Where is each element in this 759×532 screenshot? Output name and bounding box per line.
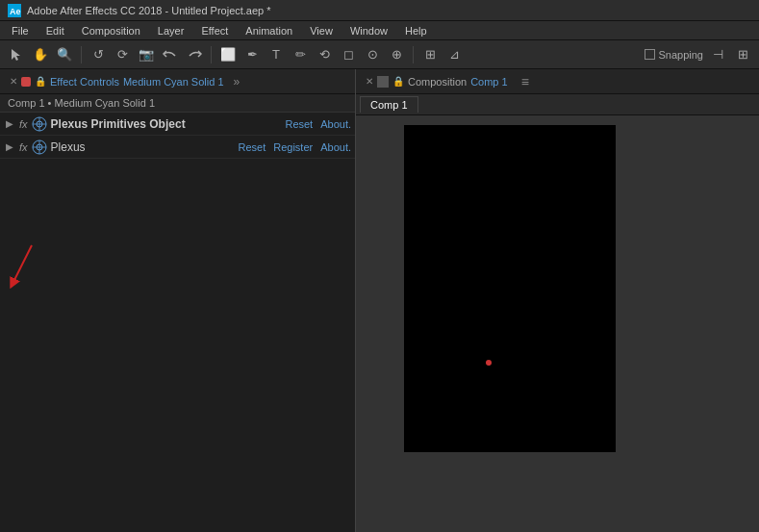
snapping-label: Snapping bbox=[659, 49, 704, 61]
shape-tool[interactable]: ⊿ bbox=[443, 44, 465, 65]
plexus-primitives-about[interactable]: About. bbox=[320, 118, 351, 130]
eraser-tool[interactable]: ◻ bbox=[338, 44, 359, 65]
rotate-tool[interactable]: ↺ bbox=[88, 44, 109, 65]
clone-tool[interactable]: ⟲ bbox=[314, 44, 335, 65]
composition-tab-bar: ✕ 🔒 Composition Comp 1 ≡ bbox=[356, 69, 759, 94]
redo-tool[interactable] bbox=[184, 44, 205, 65]
menu-layer[interactable]: Layer bbox=[150, 23, 192, 38]
window-title: Adobe After Effects CC 2018 - Untitled P… bbox=[27, 5, 271, 16]
undo-tool[interactable] bbox=[160, 44, 181, 65]
separator-1 bbox=[81, 46, 82, 63]
comp-lock-swatch bbox=[377, 76, 389, 88]
plexus-row[interactable]: ▶ fx Plexus Reset Register About. bbox=[0, 136, 355, 159]
plexus-actions: Reset Register About. bbox=[238, 141, 351, 153]
selection-tool[interactable] bbox=[6, 44, 27, 65]
brush-tool[interactable]: ✏ bbox=[290, 44, 311, 65]
effect-controls-label: Effect Controls bbox=[50, 76, 119, 88]
title-bar: Ae Adobe After Effects CC 2018 - Untitle… bbox=[0, 0, 759, 21]
plexus-primitives-name: Plexus Primitives Object bbox=[51, 117, 286, 131]
app-icon: Ae bbox=[8, 4, 21, 17]
comp-viewer-tabs: Comp 1 bbox=[356, 94, 759, 115]
comp-viewer-tab-comp1[interactable]: Comp 1 bbox=[360, 96, 418, 113]
comp-name-tab: Comp 1 bbox=[470, 76, 508, 88]
mask-tool[interactable]: ⬜ bbox=[217, 44, 239, 65]
puppet-tool[interactable]: ⊕ bbox=[386, 44, 407, 65]
hand-tool[interactable]: ✋ bbox=[30, 44, 51, 65]
project-tab-close[interactable]: ✕ bbox=[10, 76, 17, 87]
svg-marker-2 bbox=[12, 49, 20, 61]
project-color-swatch bbox=[21, 77, 31, 87]
align-tool[interactable]: ⊞ bbox=[419, 44, 441, 65]
plexus-primitives-actions: Reset About. bbox=[285, 118, 351, 130]
plexus-reset[interactable]: Reset bbox=[238, 141, 266, 153]
project-tab[interactable]: ✕ 🔒 Effect Controls Medium Cyan Solid 1 bbox=[4, 71, 230, 92]
fx-badge-1: fx bbox=[19, 118, 28, 130]
snap-icon-2[interactable]: ⊞ bbox=[732, 44, 753, 65]
fx-badge-2: fx bbox=[19, 141, 28, 153]
snap-icon-1[interactable]: ⊣ bbox=[707, 44, 728, 65]
plexus-primitives-reset[interactable]: Reset bbox=[285, 118, 313, 130]
snapping-area: Snapping ⊣ ⊞ bbox=[645, 44, 754, 65]
camera-tool[interactable]: 📷 bbox=[136, 44, 157, 65]
comp-lock-icon: 🔒 bbox=[392, 76, 404, 87]
plexus-register[interactable]: Register bbox=[273, 141, 313, 153]
menu-animation[interactable]: Animation bbox=[238, 23, 300, 38]
pen-tool[interactable]: ✒ bbox=[241, 44, 263, 65]
menu-effect[interactable]: Effect bbox=[193, 23, 236, 38]
layer-breadcrumb: Comp 1 • Medium Cyan Solid 1 bbox=[0, 94, 355, 113]
menu-composition[interactable]: Composition bbox=[74, 23, 148, 38]
red-arrow bbox=[3, 241, 51, 298]
comp-tab-menu[interactable]: ≡ bbox=[521, 74, 529, 89]
menu-file[interactable]: File bbox=[4, 23, 37, 38]
twirl-icon-1[interactable]: ▶ bbox=[4, 118, 15, 130]
effects-list: ▶ fx Plexus Primitives Object Reset Abou… bbox=[0, 113, 355, 532]
snapping-checkbox[interactable] bbox=[645, 49, 655, 60]
plexus-name: Plexus bbox=[51, 140, 239, 154]
plexus-primitives-icon bbox=[32, 116, 47, 132]
menu-bar: File Edit Composition Layer Effect Anima… bbox=[0, 21, 759, 40]
menu-view[interactable]: View bbox=[302, 23, 341, 38]
panel-expand-btn[interactable]: » bbox=[234, 75, 240, 89]
plexus-primitives-row[interactable]: ▶ fx Plexus Primitives Object Reset Abou… bbox=[0, 113, 355, 136]
comp-tab-close[interactable]: ✕ bbox=[366, 76, 373, 87]
menu-edit[interactable]: Edit bbox=[38, 23, 72, 38]
effect-controls-layer: Medium Cyan Solid 1 bbox=[123, 76, 224, 88]
lock-icon: 🔒 bbox=[35, 76, 46, 87]
right-panel: ✕ 🔒 Composition Comp 1 ≡ Comp 1 bbox=[356, 69, 759, 532]
zoom-tool[interactable]: 🔍 bbox=[54, 44, 75, 65]
text-tool[interactable]: T bbox=[266, 44, 287, 65]
main-content: ✕ 🔒 Effect Controls Medium Cyan Solid 1 … bbox=[0, 69, 759, 532]
composition-label: Composition bbox=[408, 76, 467, 88]
menu-window[interactable]: Window bbox=[342, 23, 395, 38]
left-panel: ✕ 🔒 Effect Controls Medium Cyan Solid 1 … bbox=[0, 69, 356, 532]
plexus-icon bbox=[32, 139, 47, 155]
comp-canvas bbox=[356, 115, 759, 532]
twirl-icon-2[interactable]: ▶ bbox=[4, 141, 15, 153]
menu-help[interactable]: Help bbox=[397, 23, 435, 38]
effect-controls-tab-bar: ✕ 🔒 Effect Controls Medium Cyan Solid 1 … bbox=[0, 69, 355, 94]
orbit-tool[interactable]: ⟳ bbox=[112, 44, 133, 65]
separator-2 bbox=[211, 46, 212, 63]
roto-tool[interactable]: ⊙ bbox=[362, 44, 383, 65]
toolbar: ✋ 🔍 ↺ ⟳ 📷 ⬜ ✒ T ✏ ⟲ ◻ ⊙ ⊕ ⊞ ⊿ Snapping ⊣… bbox=[0, 40, 759, 69]
separator-3 bbox=[413, 46, 414, 63]
svg-text:Ae: Ae bbox=[10, 7, 21, 16]
comp-canvas-inner bbox=[404, 125, 616, 452]
plexus-about[interactable]: About. bbox=[320, 141, 351, 153]
red-dot bbox=[486, 360, 492, 366]
comp-tab[interactable]: ✕ 🔒 Composition Comp 1 bbox=[360, 71, 514, 92]
